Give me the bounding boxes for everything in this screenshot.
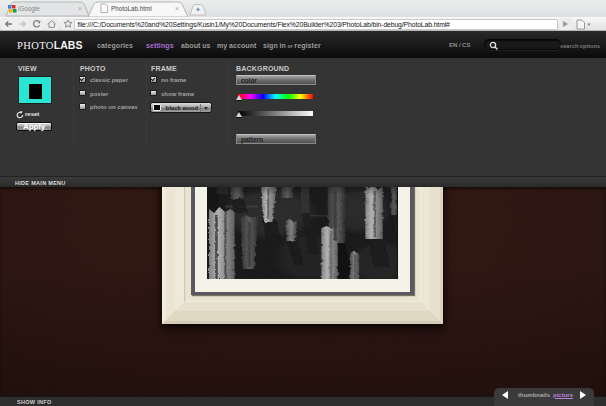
svg-text:×: ×: [175, 5, 179, 12]
svg-text:iGoogle: iGoogle: [18, 5, 40, 13]
svg-text:PhotoLab.html: PhotoLab.html: [111, 5, 152, 12]
svg-text:×: ×: [78, 5, 82, 12]
